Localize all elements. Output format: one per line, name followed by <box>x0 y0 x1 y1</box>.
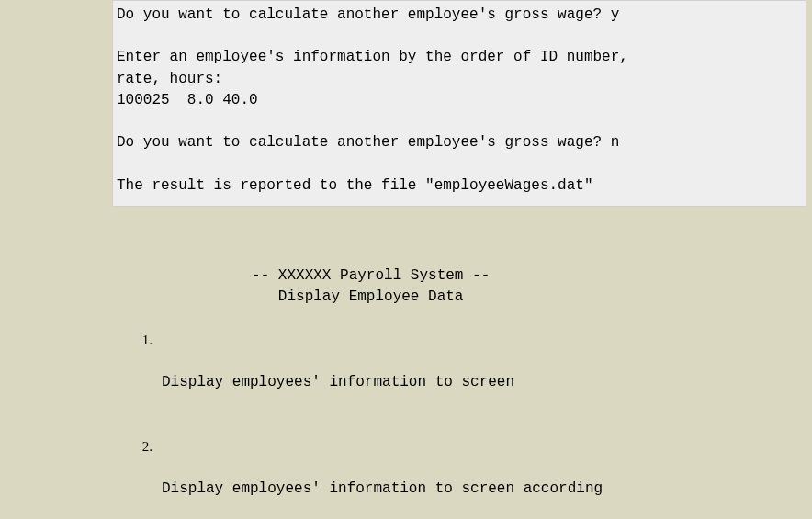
menu-title: -- XXXXXX Payroll System -- <box>119 265 812 287</box>
menu-number-2: 2. <box>140 436 162 457</box>
terminal-line-enter-info-2: rate, hours: <box>117 69 802 90</box>
terminal-blank-3 <box>117 153 802 175</box>
menu-number-1: 1. <box>140 330 162 351</box>
terminal-line-input-data: 100025 8.0 40.0 <box>117 90 802 111</box>
terminal-output-block: Do you want to calculate another employe… <box>112 0 806 207</box>
terminal-blank-2 <box>117 111 802 132</box>
menu-list: 1. Display employees' information to scr… <box>119 330 812 519</box>
menu-item-2-line1: Display employees' information to screen… <box>162 479 812 500</box>
terminal-line-result: The result is reported to the file "empl… <box>117 175 802 197</box>
menu-item-1: 1. Display employees' information to scr… <box>140 330 812 436</box>
terminal-line-enter-info-1: Enter an employee's information by the o… <box>117 47 802 68</box>
terminal-line-prompt-1: Do you want to calculate another employe… <box>117 5 802 26</box>
menu-item-1-line1: Display employees' information to screen <box>162 372 812 393</box>
menu-subtitle: Display Employee Data <box>119 287 812 308</box>
terminal-line-prompt-2: Do you want to calculate another employe… <box>117 132 802 153</box>
menu-item-2: 2. Display employees' information to scr… <box>140 436 812 519</box>
menu-text-2: Display employees' information to screen… <box>162 436 812 519</box>
menu-area: -- XXXXXX Payroll System -- Display Empl… <box>0 207 812 519</box>
terminal-blank-1 <box>117 26 802 47</box>
menu-text-1: Display employees' information to screen <box>162 330 812 436</box>
